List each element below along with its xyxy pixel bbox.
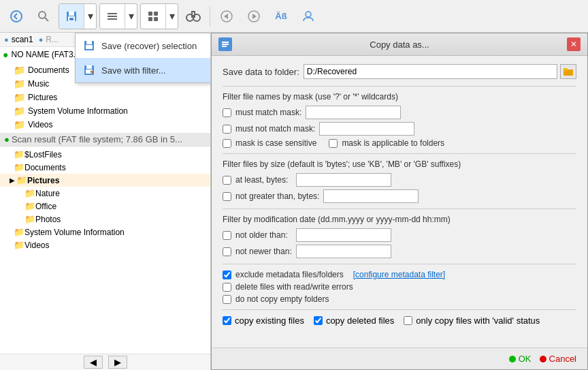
- search-button[interactable]: [31, 4, 56, 29]
- filter-size-title: Filter files by size (default is 'bytes'…: [223, 159, 576, 169]
- save-recover-menu-item[interactable]: Save (recover) selection: [76, 33, 211, 58]
- delete-errors-label: delete files with read/write errors: [235, 282, 353, 292]
- save-recover-label: Save (recover) selection: [101, 41, 197, 51]
- only-valid-checkbox[interactable]: [404, 316, 412, 325]
- copy-deleted-checkbox[interactable]: [314, 316, 323, 325]
- person-button[interactable]: [296, 4, 321, 29]
- case-sensitive-checkbox[interactable]: [223, 139, 231, 148]
- exclude-metadata-label: exclude metadata files/folders: [235, 270, 344, 279]
- tree-item[interactable]: 📁 Pictures: [0, 91, 210, 104]
- not-older-row: not older than:: [223, 228, 576, 242]
- ok-button[interactable]: OK: [509, 354, 532, 364]
- exclude-metadata-row: exclude metadata files/folders [configur…: [223, 270, 576, 279]
- dialog-close-button[interactable]: ✕: [567, 37, 581, 51]
- tree-item-nature[interactable]: 📁 Nature: [0, 187, 210, 200]
- tree-item-system-volume2[interactable]: 📁 System Volume Information: [0, 226, 210, 238]
- tree-item-label: Office: [35, 202, 56, 211]
- must-not-match-checkbox[interactable]: [223, 125, 231, 134]
- not-greater-checkbox[interactable]: [223, 192, 231, 201]
- save-recover-icon: [82, 39, 96, 52]
- tree-item-videos2[interactable]: 📁 Videos: [0, 238, 210, 251]
- list-dropdown-arrow[interactable]: ▾: [125, 4, 137, 29]
- grid-button[interactable]: [141, 4, 165, 29]
- folder-icon: 📁: [14, 65, 25, 76]
- cancel-label: Cancel: [549, 354, 576, 364]
- must-match-input[interactable]: [306, 106, 401, 119]
- tree-item-photos[interactable]: 📁 Photos: [0, 213, 210, 226]
- must-not-match-row: must not match mask:: [223, 122, 576, 136]
- case-sensitive-label: mask is case sensitive: [235, 138, 316, 148]
- tree-item[interactable]: 📁 Videos: [0, 118, 210, 132]
- no-empty-folders-checkbox[interactable]: [223, 295, 231, 304]
- svg-rect-24: [86, 41, 92, 44]
- svg-point-0: [11, 11, 22, 22]
- cancel-dot: [540, 356, 546, 363]
- save-filter-menu-item[interactable]: Save with filter...: [76, 58, 211, 82]
- at-least-label: at least, bytes:: [235, 175, 288, 185]
- cancel-button[interactable]: Cancel: [540, 354, 576, 364]
- folder-browse-button[interactable]: [560, 64, 576, 79]
- copy-data-dialog: Copy data as... ✕ Save data to folder: F…: [211, 33, 588, 370]
- folder-icon: 📁: [14, 149, 24, 159]
- folder-icon: 📁: [14, 162, 24, 172]
- folder-icon: 📁: [14, 92, 25, 103]
- sep1: [210, 7, 210, 26]
- at-least-checkbox[interactable]: [223, 176, 231, 185]
- not-greater-input[interactable]: [323, 189, 419, 203]
- filter-mask-title: Filter file names by mask (use '?' or '*…: [223, 92, 576, 102]
- list-group: ▾: [99, 3, 137, 29]
- no-empty-folders-row: do not copy empty folders: [223, 294, 576, 304]
- at-least-input[interactable]: [296, 173, 391, 187]
- tree-item-pictures[interactable]: ▶ 📁 Pictures: [0, 174, 210, 187]
- must-match-checkbox[interactable]: [223, 108, 231, 117]
- back-button[interactable]: [4, 4, 29, 29]
- applicable-folders-checkbox[interactable]: [329, 139, 338, 148]
- copy-existing-checkbox[interactable]: [223, 316, 231, 325]
- tree-item-system-volume[interactable]: 📁 System Volume Information: [0, 104, 210, 118]
- binoculars-button[interactable]: [181, 4, 206, 29]
- must-not-match-label: must not match mask:: [235, 124, 315, 134]
- folder-icon: 📁: [16, 175, 27, 185]
- not-newer-checkbox[interactable]: [223, 247, 231, 256]
- scroll-right-btn[interactable]: ▶: [108, 356, 127, 369]
- tree-item[interactable]: 📁 $LostFiles: [0, 148, 210, 161]
- svg-rect-10: [148, 12, 152, 16]
- exclude-metadata-checkbox[interactable]: [223, 271, 231, 279]
- save-folder-input[interactable]: [304, 64, 557, 79]
- svg-rect-17: [192, 12, 195, 16]
- tree-item-office[interactable]: 📁 Office: [0, 200, 210, 213]
- configure-metadata-link[interactable]: [configure metadata filter]: [353, 270, 445, 279]
- at-least-row: at least, bytes:: [223, 173, 576, 187]
- scan-header: ● Scan result (FAT file system; 7.86 GB …: [0, 133, 210, 147]
- tree-item-label: Photos: [35, 215, 61, 224]
- placeholder-label: R...: [46, 35, 59, 44]
- not-older-checkbox[interactable]: [223, 231, 231, 240]
- prev-button[interactable]: [214, 4, 239, 29]
- divider4: [223, 264, 576, 264]
- delete-errors-checkbox[interactable]: [223, 283, 231, 292]
- must-match-label: must match mask:: [235, 108, 301, 117]
- grid-dropdown-arrow[interactable]: ▾: [165, 4, 178, 29]
- folder-icon: 📁: [14, 119, 25, 130]
- play-button[interactable]: [242, 4, 266, 29]
- dialog-body: Save data to folder: Filter file names b…: [212, 56, 587, 348]
- svg-line-2: [45, 18, 48, 21]
- delete-errors-row: delete files with read/write errors: [223, 282, 576, 292]
- must-not-match-input[interactable]: [319, 122, 414, 136]
- not-older-input[interactable]: [296, 228, 391, 242]
- tree-item-label: Documents: [24, 163, 66, 172]
- ab-button[interactable]: Äß: [269, 4, 293, 29]
- scroll-left-btn[interactable]: ◀: [84, 356, 103, 369]
- must-match-row: must match mask:: [223, 106, 576, 119]
- tree-item-label: Music: [28, 79, 49, 89]
- right-panel: Copy data as... ✕ Save data to folder: F…: [211, 33, 588, 370]
- tree-item[interactable]: 📁 Documents: [0, 161, 210, 174]
- dialog-icon: [218, 37, 232, 51]
- not-newer-input[interactable]: [296, 245, 391, 258]
- save-button[interactable]: [59, 4, 84, 29]
- save-filter-label: Save with filter...: [101, 65, 166, 76]
- not-greater-label: not greater than, bytes:: [235, 191, 319, 201]
- list-button[interactable]: [100, 4, 125, 29]
- folder-icon: 📁: [14, 227, 24, 237]
- save-dropdown-arrow[interactable]: ▾: [84, 4, 96, 29]
